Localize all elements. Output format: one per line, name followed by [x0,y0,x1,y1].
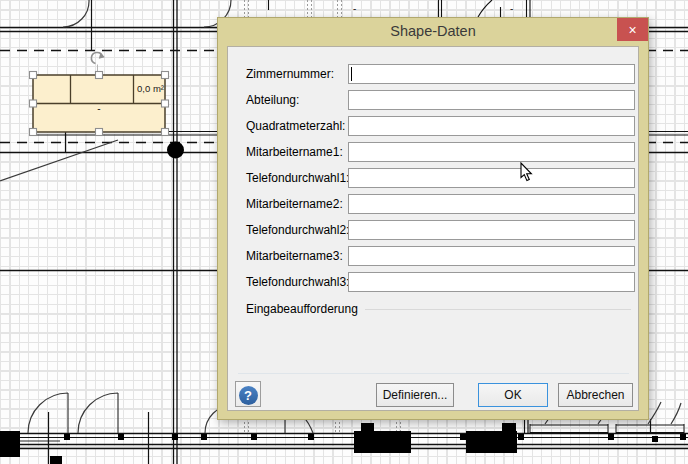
field-label: Quadratmeterzahl: [246,113,345,139]
help-button[interactable]: ? [235,381,261,407]
field-label: Telefondurchwahl3: [246,269,349,295]
dialog-panel: Zimmernummer: Abteilung: Quadratmeterzah… [227,46,639,411]
define-button[interactable]: Definieren... [376,383,454,407]
footer-divider [238,373,629,374]
room-mark: - [353,3,356,14]
text-caret [351,67,352,81]
room-mark: - [510,3,513,14]
field-label: Mitarbeitername1: [246,139,343,165]
help-icon: ? [239,386,258,405]
room-area-label: 0,0 m² [131,83,164,94]
telefondurchwahl3-input[interactable] [348,272,635,292]
telefondurchwahl2-input[interactable] [348,220,635,240]
field-label: Mitarbeitername3: [246,243,343,269]
prompt-section: Eingabeaufforderung [246,300,631,318]
field-row: Telefondurchwahl1: [228,165,638,191]
close-icon: × [628,22,636,38]
cancel-button[interactable]: Abbrechen [558,383,633,407]
visio-canvas[interactable]: 0,0 m² - - - Shape-Daten × Zimmernummer:… [0,0,688,464]
field-label: Zimmernummer: [246,61,334,87]
field-row: Mitarbeitername3: [228,243,638,269]
dialog-titlebar[interactable]: Shape-Daten [218,18,648,46]
field-row: Abteilung: [228,87,638,113]
section-divider [365,309,631,310]
field-label: Abteilung: [246,87,299,113]
close-button[interactable]: × [617,18,648,41]
field-row: Quadratmeterzahl: [228,113,638,139]
field-row: Zimmernummer: [228,61,638,87]
mitarbeitername3-input[interactable] [348,246,635,266]
ok-button[interactable]: OK [478,383,548,407]
field-label: Mitarbeitername2: [246,191,343,217]
mouse-cursor [520,162,534,182]
field-label: Telefondurchwahl1: [246,165,349,191]
shape-data-dialog: Shape-Daten × Zimmernummer: Abteilung: Q… [217,17,649,420]
room-name-label: - [89,103,109,114]
field-list: Zimmernummer: Abteilung: Quadratmeterzah… [228,61,638,295]
dialog-title: Shape-Daten [218,18,648,45]
mitarbeitername2-input[interactable] [348,194,635,214]
field-row: Telefondurchwahl2: [228,217,638,243]
abteilung-input[interactable] [348,90,635,110]
field-label: Telefondurchwahl2: [246,217,349,243]
quadratmeterzahl-input[interactable] [348,116,635,136]
field-row: Telefondurchwahl3: [228,269,638,295]
prompt-section-label: Eingabeaufforderung [246,302,358,316]
zimmernummer-input[interactable] [348,64,635,84]
telefondurchwahl1-input[interactable] [348,168,635,188]
rotation-handle-icon[interactable] [91,53,104,72]
field-row: Mitarbeitername1: [228,139,638,165]
mitarbeitername1-input[interactable] [348,142,635,162]
field-row: Mitarbeitername2: [228,191,638,217]
